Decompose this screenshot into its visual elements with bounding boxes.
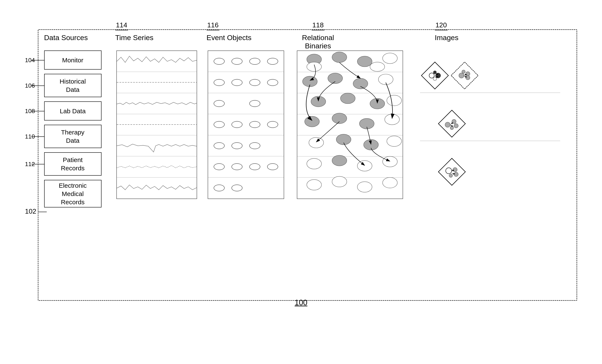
svg-rect-51 (438, 110, 465, 137)
oval (231, 185, 243, 191)
img-row-1 (420, 61, 560, 93)
images-section (420, 51, 560, 199)
source-box-patient: PatientRecords (44, 152, 101, 176)
svg-point-58 (446, 168, 452, 174)
svg-point-34 (307, 180, 321, 190)
ts-label: Time Series (115, 33, 153, 42)
svg-point-12 (307, 62, 321, 72)
svg-point-36 (357, 182, 372, 192)
eo-row-2 (208, 72, 284, 93)
source-box-emr: ElectronicMedicalRecords (44, 180, 101, 208)
svg-point-48 (466, 75, 470, 80)
diagram-area: 102 Data Sources 114 Time Series 116 Eve… (25, 12, 577, 313)
svg-point-54 (454, 124, 458, 128)
oval (214, 100, 225, 107)
svg-rect-39 (421, 62, 448, 89)
waveform-svg-2 (117, 72, 197, 93)
ts-row-3 (117, 93, 197, 114)
diamond-svg-2 (450, 61, 480, 90)
svg-point-59 (453, 167, 457, 172)
svg-point-21 (387, 95, 401, 106)
oval (231, 142, 243, 149)
col-header-images: 120 (435, 21, 448, 31)
img-row-2 (420, 109, 560, 141)
eo-row-7 (208, 177, 284, 198)
ref-120: 120 (436, 21, 447, 29)
svg-point-60 (454, 172, 458, 177)
oval (214, 121, 225, 128)
svg-point-20 (370, 98, 385, 109)
page-container: 102 Data Sources 114 Time Series 116 Eve… (14, 12, 588, 352)
col-header-event-objects: 116 (207, 21, 219, 31)
diamond-svg-3 (437, 109, 467, 138)
waveform-svg-4 (117, 114, 197, 135)
oval (249, 79, 260, 86)
svg-point-18 (311, 96, 325, 107)
svg-point-47 (466, 72, 470, 76)
svg-point-29 (387, 136, 401, 146)
source-box-therapy: TherapyData (44, 125, 101, 148)
oval (214, 142, 225, 149)
ref-102-line (38, 212, 47, 212)
event-objects-section (208, 51, 284, 199)
svg-point-10 (357, 56, 372, 67)
ts-row-6 (117, 156, 197, 177)
source-box-historical: HistoricalData (44, 74, 101, 97)
images-label: Images (435, 33, 459, 42)
eo-row-3 (208, 93, 284, 114)
waveform-svg-6 (117, 156, 197, 177)
ts-row-2 (117, 72, 197, 93)
svg-point-15 (328, 73, 342, 83)
eo-row-1 (208, 51, 284, 72)
svg-point-32 (357, 161, 372, 171)
svg-point-27 (336, 134, 351, 145)
oval (249, 163, 260, 170)
ref-104-line (32, 60, 44, 61)
svg-point-13 (370, 62, 385, 72)
waveform-svg-5 (117, 135, 197, 156)
oval (267, 121, 278, 128)
svg-point-49 (462, 70, 465, 73)
svg-point-52 (445, 122, 450, 127)
ts-row-7 (117, 177, 197, 198)
col-header-time-series: 114 (115, 21, 128, 31)
diamond-svg-1 (420, 61, 450, 90)
oval (231, 58, 243, 65)
ref-102: 102 (25, 208, 36, 215)
svg-point-61 (449, 174, 452, 177)
oval (231, 163, 243, 170)
svg-point-26 (309, 137, 323, 148)
svg-point-11 (382, 53, 397, 64)
source-box-monitor: Monitor (44, 51, 101, 70)
svg-point-46 (459, 73, 464, 78)
col-header-relational-binaries: 118 (297, 21, 339, 31)
eo-row-4 (208, 114, 284, 135)
svg-point-23 (332, 113, 346, 124)
page-number: 100 (294, 298, 307, 307)
ts-row-1 (117, 51, 197, 72)
img-row-3 (420, 157, 560, 189)
svg-point-35 (332, 177, 346, 187)
eo-label: Event Objects (207, 33, 252, 42)
ref-116: 116 (207, 21, 218, 29)
ref-112-line (32, 164, 44, 164)
oval (267, 79, 278, 86)
rb-svg (297, 51, 403, 198)
oval (249, 58, 260, 65)
svg-point-16 (353, 78, 367, 89)
ref-118: 118 (312, 21, 324, 29)
rb-label: RelationalBinaries (295, 33, 342, 50)
source-box-lab: Lab Data (44, 101, 101, 121)
ref-114: 114 (116, 21, 127, 29)
waveform-svg-1 (117, 51, 197, 72)
oval (249, 142, 260, 149)
oval (249, 100, 260, 107)
oval (267, 163, 278, 170)
ts-row-4 (117, 114, 197, 135)
ref-106-line (32, 85, 44, 86)
svg-rect-57 (438, 158, 465, 185)
ts-row-5 (117, 135, 197, 156)
svg-point-31 (332, 155, 346, 166)
diamond-svg-4 (437, 157, 467, 187)
oval (214, 79, 225, 86)
